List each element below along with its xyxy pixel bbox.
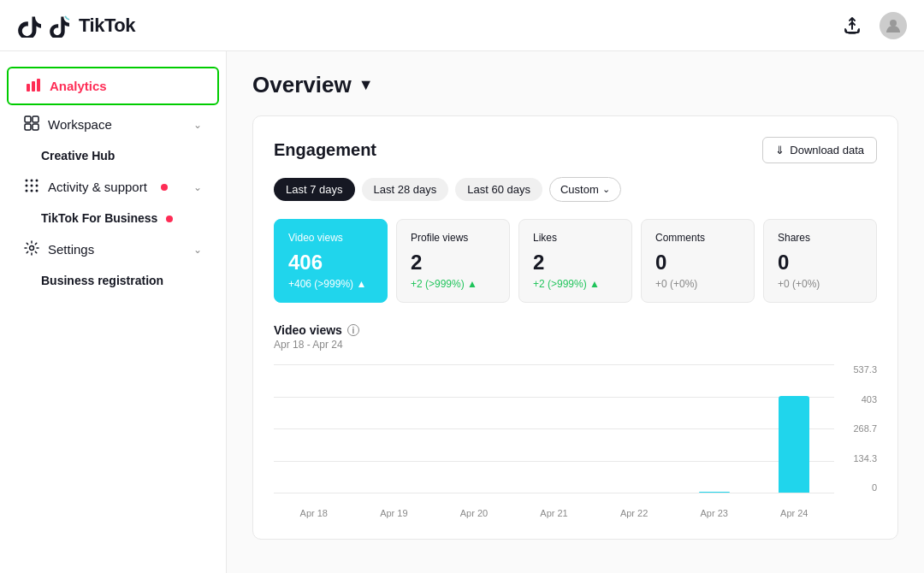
svg-rect-4 (37, 79, 40, 92)
sidebar-item-activity-support[interactable]: Activity & support ⌄ (7, 169, 219, 204)
chart-subtitle: Apr 18 - Apr 24 (274, 339, 877, 351)
chart-bars (274, 364, 834, 493)
custom-label: Custom (560, 183, 599, 196)
sidebar-item-creative-hub[interactable]: Creative Hub (0, 144, 226, 168)
svg-point-1 (890, 20, 897, 27)
tiktok-logo-icon (17, 14, 41, 38)
svg-point-11 (36, 180, 38, 182)
sidebar-item-business-registration-label: Business registration (41, 274, 163, 287)
metric-label: Shares (778, 232, 862, 244)
chart-bar-wrap (274, 364, 354, 493)
chart-x-label: Apr 20 (434, 508, 514, 518)
grid-dots-icon (24, 178, 39, 196)
layout: Analytics Workspace ⌄ Creative Hub (0, 51, 924, 573)
chart-y-label: 403 (862, 394, 877, 405)
svg-point-15 (26, 190, 28, 192)
metric-card-comments: Comments0+0 (+0%) (641, 219, 755, 303)
grid-icon (24, 115, 39, 133)
sidebar-item-activity-support-label: Activity & support (48, 180, 147, 194)
app-name: TikTok (79, 15, 135, 37)
download-icon: ⇓ (775, 144, 785, 157)
svg-rect-5 (25, 116, 31, 122)
metric-label: Likes (533, 232, 618, 244)
metric-change: +0 (+0%) (655, 278, 740, 290)
chart-section: Video views i Apr 18 - Apr 24 537.340326… (274, 323, 877, 518)
metric-card-profile-views: Profile views2+2 (>999%) ▲ (396, 219, 510, 303)
bar-chart-icon (26, 77, 41, 95)
metrics-row: Video views406+406 (>999%) ▲Profile view… (274, 219, 877, 303)
sidebar-item-settings-label: Settings (48, 242, 94, 257)
chart-bar (699, 492, 730, 493)
sidebar-item-workspace[interactable]: Workspace ⌄ (7, 107, 219, 142)
chart-x-label: Apr 19 (354, 508, 435, 518)
svg-point-18 (30, 246, 34, 251)
chart-bar-wrap (674, 364, 755, 493)
chevron-down-icon-3: ⌄ (193, 244, 202, 256)
chart-bar-wrap (514, 364, 595, 493)
svg-rect-6 (33, 116, 38, 122)
metric-card-likes: Likes2+2 (>999%) ▲ (518, 219, 632, 303)
chart-x-label: Apr 22 (594, 508, 674, 518)
svg-rect-2 (27, 84, 30, 92)
page-title-dropdown-icon[interactable]: ▼ (358, 76, 374, 94)
metric-value: 2 (411, 251, 495, 275)
date-tab-7days[interactable]: Last 7 days (274, 178, 355, 201)
activity-support-dot (161, 184, 168, 191)
metric-card-shares: Shares0+0 (+0%) (763, 219, 877, 303)
metric-value: 406 (288, 251, 373, 275)
chart-bar (779, 396, 809, 493)
chart-y-label: 537.3 (853, 364, 877, 375)
main-content: Overview ▼ Engagement ⇓ Download data La… (227, 51, 924, 573)
chart-x-label: Apr 23 (674, 508, 755, 518)
sidebar-item-analytics-label: Analytics (50, 79, 107, 93)
chart-y-labels: 537.3403268.7134.30 (838, 364, 877, 493)
card-header: Engagement ⇓ Download data (274, 137, 877, 163)
date-tabs: Last 7 days Last 28 days Last 60 days Cu… (274, 177, 877, 202)
svg-point-12 (26, 185, 28, 187)
date-tab-custom[interactable]: Custom ⌄ (549, 177, 621, 202)
chart-bar-wrap (594, 364, 674, 493)
chevron-down-icon-2: ⌄ (193, 181, 202, 193)
chevron-down-icon: ⌄ (193, 119, 202, 131)
metric-value: 0 (655, 251, 740, 275)
svg-point-16 (31, 190, 33, 192)
chart-title-text: Video views (274, 323, 342, 337)
svg-rect-3 (32, 81, 35, 92)
metric-label: Profile views (411, 232, 495, 244)
date-tab-60days[interactable]: Last 60 days (455, 178, 542, 201)
svg-point-13 (31, 185, 33, 187)
sidebar-item-settings[interactable]: Settings ⌄ (7, 232, 219, 267)
avatar[interactable] (880, 12, 907, 39)
chart-y-label: 0 (872, 482, 877, 493)
page-title: Overview ▼ (252, 72, 898, 98)
sidebar-item-tiktok-for-business[interactable]: TikTok For Business (0, 206, 226, 230)
sidebar: Analytics Workspace ⌄ Creative Hub (0, 51, 227, 573)
chart-x-label: Apr 24 (754, 508, 834, 518)
tiktok-icon (48, 14, 72, 38)
metric-label: Comments (655, 232, 740, 244)
svg-point-10 (31, 180, 33, 182)
metric-change: +2 (>999%) ▲ (533, 278, 618, 290)
upload-icon[interactable] (838, 12, 866, 39)
metric-change: +0 (+0%) (778, 278, 862, 290)
chart-x-label: Apr 18 (274, 508, 354, 518)
sidebar-item-analytics[interactable]: Analytics (7, 67, 219, 105)
engagement-card: Engagement ⇓ Download data Last 7 days L… (252, 115, 898, 540)
download-data-button[interactable]: ⇓ Download data (762, 137, 877, 163)
chart-bar-wrap (354, 364, 435, 493)
svg-point-14 (36, 185, 38, 187)
gear-icon (24, 240, 39, 258)
chart-bar-wrap (434, 364, 514, 493)
metric-value: 0 (778, 251, 862, 275)
chart-area: 537.3403268.7134.30Apr 18Apr 19Apr 20Apr… (274, 364, 877, 518)
header: TikTok (0, 0, 924, 51)
chart-title: Video views i (274, 323, 877, 337)
header-actions (838, 12, 907, 39)
download-btn-label: Download data (790, 144, 864, 157)
logo[interactable]: TikTok (17, 14, 135, 38)
sidebar-item-business-registration[interactable]: Business registration (0, 269, 226, 292)
date-tab-28days[interactable]: Last 28 days (362, 178, 449, 201)
info-icon[interactable]: i (347, 324, 359, 336)
chart-x-label: Apr 21 (514, 508, 595, 518)
metric-change: +2 (>999%) ▲ (411, 278, 495, 290)
